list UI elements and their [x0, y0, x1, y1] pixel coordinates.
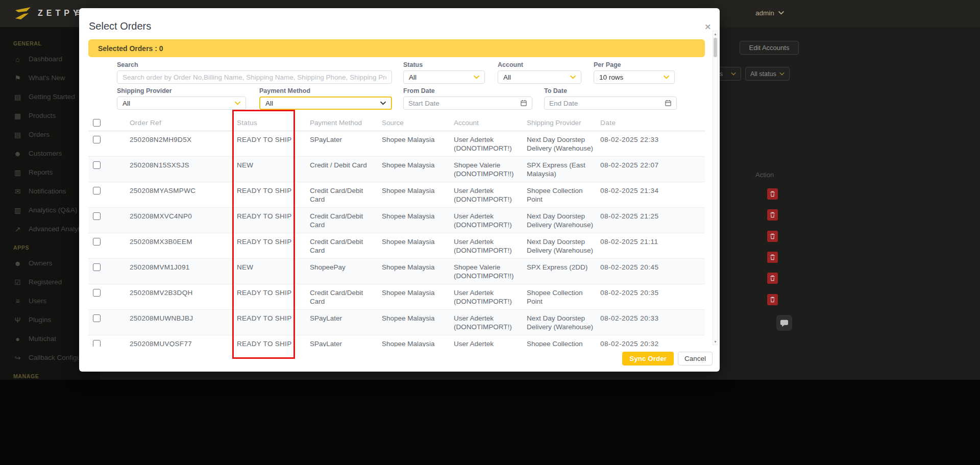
select-all-checkbox[interactable]: [93, 119, 101, 127]
modal-scrollbar[interactable]: ▲ ▼: [713, 31, 718, 345]
cell-status: NEW: [237, 263, 310, 284]
sidebar-item-label: Analytics (Q&A): [29, 206, 77, 214]
account-label: Account: [498, 61, 581, 68]
chat-launcher-button[interactable]: [776, 315, 792, 331]
table-row[interactable]: 250208N2MH9D5XREADY TO SHIPSPayLaterShop…: [88, 131, 705, 157]
table-row[interactable]: 250208MXVC4NP0READY TO SHIPCredit Card/D…: [88, 208, 705, 233]
column-header-payment-method: Payment Method: [310, 119, 382, 127]
cell-source: Shopee Malaysia: [382, 237, 454, 258]
trash-icon: [770, 191, 775, 197]
cell-payment-method: Credit / Debit Card: [310, 161, 382, 182]
cell-source: Shopee Malaysia: [382, 288, 454, 309]
delete-button[interactable]: [767, 252, 778, 263]
modal-content: Selected Orders : 0 Search Status All: [88, 39, 705, 347]
cancel-button[interactable]: Cancel: [678, 352, 713, 365]
table-row[interactable]: 250208MVM1J091NEWShopeePayShopee Malaysi…: [88, 259, 705, 284]
cell-status: READY TO SHIP: [237, 237, 310, 258]
row-checkbox[interactable]: [93, 314, 101, 322]
row-checkbox[interactable]: [93, 263, 101, 271]
action-column-header: Action: [755, 171, 774, 179]
analytics-icon: ▥: [13, 206, 22, 214]
cell-date: 08-02-2025 20:45: [600, 263, 705, 284]
scroll-down-icon[interactable]: ▼: [713, 340, 718, 344]
row-checkbox[interactable]: [93, 136, 101, 143]
trash-icon: [770, 275, 775, 281]
table-row[interactable]: 250208MYASMPWCREADY TO SHIPCredit Card/D…: [88, 182, 705, 208]
cell-source: Shopee Malaysia: [382, 314, 454, 335]
cell-payment-method: SPayLater: [310, 135, 382, 156]
table-row[interactable]: 250208MUWNBJBJREADY TO SHIPSPayLaterShop…: [88, 310, 705, 335]
all-status-dropdown[interactable]: All status: [745, 67, 790, 81]
row-checkbox[interactable]: [93, 187, 101, 194]
search-input[interactable]: [117, 70, 392, 84]
cell-source: Shopee Malaysia: [382, 263, 454, 284]
cell-payment-method: Credit Card/Debit Card: [310, 212, 382, 233]
column-header-order-ref: Order Ref: [130, 119, 237, 127]
cell-source: Shopee Malaysia: [382, 212, 454, 233]
cell-payment-method: Credit Card/Debit Card: [310, 237, 382, 258]
row-checkbox[interactable]: [93, 212, 101, 220]
table-row[interactable]: 250208MX3B0EEMREADY TO SHIPCredit Card/D…: [88, 233, 705, 259]
column-header-shipping-provider: Shipping Provider: [527, 119, 600, 127]
flag-icon: ⚑: [13, 74, 22, 82]
table-row[interactable]: 250208N15SXSJSNEWCredit / Debit CardShop…: [88, 157, 705, 182]
advanced-analytics-icon: ↗: [13, 225, 22, 233]
to-date-input[interactable]: End Date: [544, 96, 677, 110]
sidebar-item-label: Notifications: [29, 187, 66, 195]
row-checkbox[interactable]: [93, 161, 101, 169]
calendar-icon: [665, 100, 672, 107]
cell-shipping-provider: Shopee Collection Point: [527, 288, 600, 309]
cell-shipping-provider: Shopee Collection: [527, 339, 600, 347]
brand-logo[interactable]: ZETPY: [13, 6, 82, 21]
cell-account: User Adertek (DONOTIMPORT!): [454, 314, 527, 335]
cell-date: 08-02-2025 22:33: [600, 135, 705, 156]
row-checkbox[interactable]: [93, 340, 101, 347]
table-row[interactable]: 250208MUVQSF77READY TO SHIPSPayLaterShop…: [88, 335, 705, 347]
admin-menu[interactable]: admin: [755, 9, 784, 17]
sidebar-item-label: Customers: [29, 150, 62, 157]
sidebar-item-label: What's New: [29, 74, 65, 82]
cell-source: Shopee Malaysia: [382, 186, 454, 207]
delete-button[interactable]: [767, 294, 778, 305]
sidebar-item-label: Multichat: [29, 335, 56, 342]
sidebar-item-label: Owners: [29, 259, 53, 267]
sidebar-item-label: Reports: [29, 168, 53, 176]
sidebar-section-title: MANAGE: [13, 373, 100, 379]
cell-payment-method: Credit Card/Debit Card: [310, 288, 382, 309]
table-row[interactable]: 250208MV2B3DQHREADY TO SHIPCredit Card/D…: [88, 284, 705, 310]
sidebar-item-label: Plugins: [29, 316, 51, 324]
sync-order-button[interactable]: Sync Order: [622, 352, 674, 365]
account-value: All: [503, 74, 511, 81]
cell-status: READY TO SHIP: [237, 212, 310, 233]
cell-order-ref: 250208MV2B3DQH: [130, 288, 237, 309]
account-dropdown[interactable]: All: [498, 70, 581, 84]
status-dropdown[interactable]: All: [403, 70, 485, 84]
users-icon: ≡: [13, 297, 22, 305]
scrollbar-thumb[interactable]: [714, 38, 717, 57]
from-date-placeholder: Start Date: [408, 100, 439, 107]
chevron-down-icon: [778, 11, 784, 15]
row-checkbox[interactable]: [93, 289, 101, 297]
delete-button[interactable]: [767, 188, 778, 200]
filters: Search Status All Account All: [117, 61, 705, 110]
from-date-input[interactable]: Start Date: [403, 96, 532, 110]
scroll-up-icon[interactable]: ▲: [713, 32, 718, 36]
shipping-provider-dropdown[interactable]: All: [117, 96, 246, 110]
delete-button[interactable]: [767, 273, 778, 284]
delete-button[interactable]: [767, 231, 778, 242]
payment-method-dropdown[interactable]: All: [259, 96, 392, 110]
cell-order-ref: 250208MYASMPWC: [130, 186, 237, 207]
screen: ZETPY ≡ admin GENERAL⌂Dashboard⚑What's N…: [0, 0, 980, 465]
shipping-provider-value: All: [122, 100, 130, 107]
close-icon[interactable]: ✕: [704, 22, 711, 32]
cell-shipping-provider: Next Day Doorstep Delivery (Warehouse): [527, 212, 600, 233]
column-header-date: Date: [600, 119, 705, 127]
column-header-account: Account: [454, 119, 527, 127]
per-page-dropdown[interactable]: 10 rows: [594, 70, 675, 84]
orders-table: Order RefStatusPayment MethodSourceAccou…: [88, 115, 705, 347]
chevron-down-icon: [235, 102, 240, 105]
edit-accounts-button[interactable]: Edit Accounts: [740, 41, 799, 55]
delete-button[interactable]: [767, 209, 778, 221]
chat-bubble-icon: [780, 319, 789, 327]
row-checkbox[interactable]: [93, 238, 101, 246]
